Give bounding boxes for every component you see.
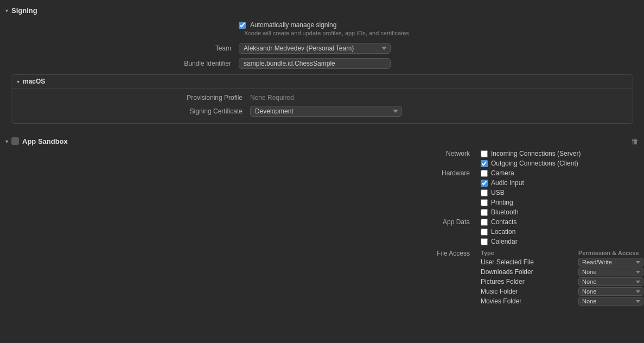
file-perm-select-3[interactable]: None Read Only Read/Write (578, 277, 643, 286)
app-data-row-3: Calendar (0, 237, 644, 246)
signing-section: ▾ Signing Automatically manage signing X… (0, 0, 644, 134)
network-section: Network Incoming Connections (Server) Ou… (0, 149, 644, 168)
network-label: Network (239, 150, 477, 157)
hardware-label: Hardware (239, 169, 477, 177)
file-perm-5: None Read Only Read/Write (578, 297, 644, 306)
col-perm-header: Permission & Access (578, 250, 644, 256)
bundle-label: Bundle Identifier (0, 60, 239, 67)
file-type-1: User Selected File (481, 258, 578, 266)
signing-title: Signing (11, 7, 37, 15)
provisioning-value: None Required (250, 94, 294, 101)
bundle-input-wrapper (239, 58, 391, 69)
macos-chevron-icon: ▾ (17, 79, 20, 85)
provisioning-row: Provisioning Profile None Required (11, 92, 633, 104)
camera-checkbox[interactable] (481, 170, 488, 177)
file-access-wrapper: File Access Type Permission & Access Use… (0, 246, 644, 307)
file-perm-select-4[interactable]: None Read Only Read/Write (578, 287, 643, 296)
sandbox-title: App Sandbox (22, 137, 68, 145)
calendar-checkbox[interactable] (481, 238, 488, 245)
team-label: Team (0, 45, 239, 52)
auto-signing-sub: Xcode will create and update profiles, a… (0, 30, 644, 41)
hardware-row-1: Hardware Camera (0, 168, 644, 178)
contacts-checkbox[interactable] (481, 219, 488, 226)
usb-checkbox[interactable] (481, 189, 488, 196)
signing-cert-select-wrapper: Development Distribution None (250, 106, 402, 117)
macos-header[interactable]: ▾ macOS (11, 75, 633, 88)
camera-label: Camera (491, 169, 514, 177)
sandbox-delete-button[interactable]: 🗑 (631, 137, 639, 145)
file-perm-3: None Read Only Read/Write (578, 277, 644, 286)
macos-body: Provisioning Profile None Required Signi… (11, 88, 633, 123)
team-select[interactable]: Aleksandr Medvedev (Personal Team) (239, 43, 391, 54)
file-type-2: Downloads Folder (481, 268, 578, 276)
auto-signing-checkbox[interactable] (239, 22, 246, 29)
incoming-connections-checkbox[interactable] (481, 150, 488, 157)
printing-label: Printing (491, 199, 513, 206)
hardware-row-4: Printing (0, 198, 644, 207)
calendar-label: Calendar (491, 238, 518, 245)
sandbox-icon (11, 137, 19, 145)
signing-chevron-icon: ▾ (5, 8, 8, 14)
app-data-row-1: App Data Contacts (0, 217, 644, 227)
hardware-row-3: USB (0, 188, 644, 198)
file-access-section: File Access Type Permission & Access Use… (0, 246, 644, 307)
signing-cert-select[interactable]: Development Distribution None (250, 106, 402, 117)
sandbox-header[interactable]: ▾ App Sandbox 🗑 (0, 134, 644, 149)
app-data-row-2: Location (0, 227, 644, 237)
macos-label: macOS (23, 78, 45, 85)
file-perm-select-5[interactable]: None Read Only Read/Write (578, 297, 643, 306)
audio-input-label: Audio Input (491, 179, 524, 187)
file-access-row-4: Music Folder None Read Only Read/Write (481, 287, 644, 296)
hardware-row-5: Bluetooth (0, 207, 644, 217)
hardware-section: Hardware Camera Audio Input USB Printing… (0, 168, 644, 217)
file-perm-1: Read/Write Read Only None (578, 258, 644, 266)
network-row-2: Outgoing Connections (Client) (0, 158, 644, 168)
signing-header[interactable]: ▾ Signing (0, 3, 644, 18)
outgoing-connections-label: Outgoing Connections (Client) (491, 160, 578, 167)
file-perm-4: None Read Only Read/Write (578, 287, 644, 296)
printing-checkbox[interactable] (481, 199, 488, 206)
file-access-row-2: Downloads Folder None Read Only Read/Wri… (481, 267, 644, 277)
sandbox-chevron-icon: ▾ (5, 138, 8, 144)
team-row: Team Aleksandr Medvedev (Personal Team) (0, 41, 644, 56)
macos-subsection: ▾ macOS Provisioning Profile None Requir… (11, 74, 633, 124)
location-checkbox[interactable] (481, 228, 488, 236)
bundle-input[interactable] (239, 58, 391, 69)
file-access-row-3: Pictures Folder None Read Only Read/Writ… (481, 277, 644, 287)
file-access-row-5: Movies Folder None Read Only Read/Write (481, 296, 644, 306)
col-type-header: Type (481, 250, 578, 256)
team-select-wrapper: Aleksandr Medvedev (Personal Team) (239, 43, 391, 54)
file-access-row-1: User Selected File Read/Write Read Only … (481, 257, 644, 267)
incoming-connections-label: Incoming Connections (Server) (491, 150, 581, 157)
file-access-label: File Access (239, 249, 477, 257)
file-access-table: Type Permission & Access User Selected F… (481, 249, 644, 306)
audio-input-checkbox[interactable] (481, 180, 488, 187)
provisioning-label: Provisioning Profile (11, 94, 250, 101)
contacts-label: Contacts (491, 218, 517, 226)
file-perm-select-2[interactable]: None Read Only Read/Write (578, 268, 643, 276)
file-type-5: Movies Folder (481, 297, 578, 305)
app-data-label: App Data (239, 218, 477, 226)
network-row-1: Network Incoming Connections (Server) (0, 149, 644, 158)
outgoing-connections-checkbox[interactable] (481, 160, 488, 167)
signing-cert-row: Signing Certificate Development Distribu… (11, 104, 633, 119)
auto-signing-label: Automatically manage signing (250, 21, 336, 29)
file-type-3: Pictures Folder (481, 278, 578, 285)
usb-label: USB (491, 189, 505, 196)
location-label: Location (491, 228, 515, 236)
app-data-section: App Data Contacts Location Calendar (0, 217, 644, 246)
file-perm-select-1[interactable]: Read/Write Read Only None (578, 258, 643, 266)
signing-cert-label: Signing Certificate (11, 107, 250, 115)
bluetooth-label: Bluetooth (491, 208, 519, 216)
sandbox-section: ▾ App Sandbox 🗑 Network Incoming Connect… (0, 134, 644, 318)
file-access-header: Type Permission & Access (481, 249, 644, 257)
auto-signing-row: Automatically manage signing (0, 18, 644, 30)
file-perm-2: None Read Only Read/Write (578, 268, 644, 276)
bluetooth-checkbox[interactable] (481, 209, 488, 216)
file-type-4: Music Folder (481, 288, 578, 295)
hardware-row-2: Audio Input (0, 178, 644, 188)
bundle-row: Bundle Identifier (0, 56, 644, 71)
